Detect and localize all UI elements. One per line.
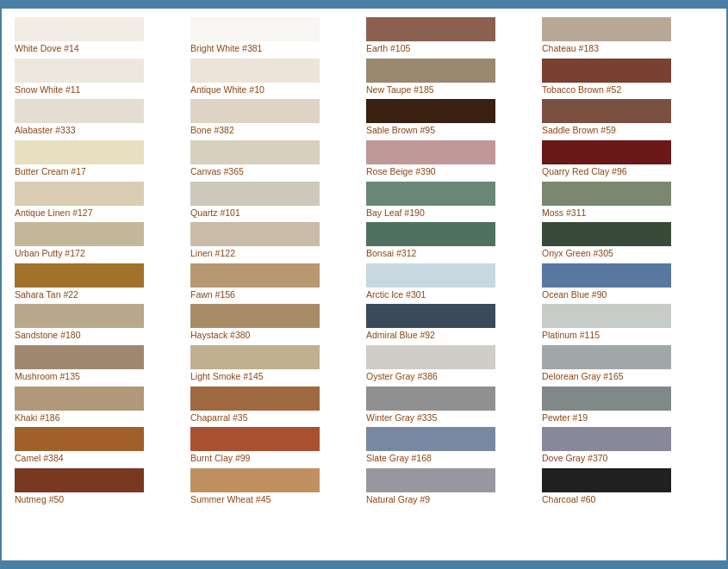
color-label: Saddle Brown #59 xyxy=(542,125,713,137)
color-item[interactable]: Mushroom #135 xyxy=(15,345,186,383)
color-label: Natural Gray #9 xyxy=(366,494,538,506)
color-swatch xyxy=(15,99,144,123)
color-item[interactable]: Quarry Red Clay #96 xyxy=(542,140,713,178)
color-swatch xyxy=(15,304,144,328)
color-swatch xyxy=(542,17,671,41)
color-swatch xyxy=(190,304,320,328)
color-item[interactable]: Alabaster #333 xyxy=(15,99,186,137)
color-swatch xyxy=(190,387,320,411)
color-swatch xyxy=(366,345,495,369)
color-swatch xyxy=(542,468,671,492)
color-item[interactable]: Fawn #156 xyxy=(190,263,362,301)
color-swatch xyxy=(366,427,495,451)
color-label: Bright White #381 xyxy=(190,43,362,55)
column-3: Chateau #183Tobacco Brown #52Saddle Brow… xyxy=(542,17,713,510)
color-swatch xyxy=(366,222,495,246)
color-item[interactable]: Sahara Tan #22 xyxy=(15,263,186,301)
color-item[interactable]: Antique Linen #127 xyxy=(15,182,186,220)
color-label: White Dove #14 xyxy=(15,43,186,55)
color-item[interactable]: Bone #382 xyxy=(190,99,362,137)
color-item[interactable]: Summer Wheat #45 xyxy=(190,468,362,506)
color-item[interactable]: Light Smoke #145 xyxy=(190,345,362,383)
color-item[interactable]: Camel #384 xyxy=(15,427,186,465)
color-label: Delorean Gray #165 xyxy=(542,371,713,383)
color-item[interactable]: Moss #311 xyxy=(542,182,713,220)
color-item[interactable]: Canvas #365 xyxy=(190,140,362,178)
color-item[interactable]: Rose Beige #390 xyxy=(366,140,538,178)
color-swatch xyxy=(15,222,144,246)
color-label: Sandstone #180 xyxy=(15,330,186,342)
color-item[interactable]: Chateau #183 xyxy=(542,17,713,55)
color-item[interactable]: Pewter #19 xyxy=(542,387,713,424)
color-item[interactable]: Admiral Blue #92 xyxy=(366,304,538,342)
color-label: Mushroom #135 xyxy=(15,371,186,383)
color-item[interactable]: Tobacco Brown #52 xyxy=(542,59,713,96)
color-swatch xyxy=(542,59,671,83)
color-item[interactable]: Dove Gray #370 xyxy=(542,427,713,465)
color-label: Platinum #115 xyxy=(542,330,713,342)
color-swatch xyxy=(15,468,144,492)
color-label: Bay Leaf #190 xyxy=(366,207,538,220)
color-label: Oyster Gray #386 xyxy=(366,371,538,383)
color-label: Khaki #186 xyxy=(15,412,186,424)
color-item[interactable]: Charcoal #60 xyxy=(542,468,713,506)
color-swatch xyxy=(190,99,320,123)
color-item[interactable]: Arctic Ice #301 xyxy=(366,263,538,301)
color-item[interactable]: New Taupe #185 xyxy=(366,59,538,96)
color-item[interactable]: Platinum #115 xyxy=(542,304,713,342)
color-label: Urban Putty #172 xyxy=(15,248,186,260)
color-swatch xyxy=(15,17,144,41)
color-grid: White Dove #14Snow White #11Alabaster #3… xyxy=(2,9,726,518)
color-item[interactable]: Onyx Green #305 xyxy=(542,222,713,260)
color-item[interactable]: Delorean Gray #165 xyxy=(542,345,713,383)
color-label: Admiral Blue #92 xyxy=(366,330,538,342)
color-label: Summer Wheat #45 xyxy=(190,494,362,506)
color-label: Slate Gray #168 xyxy=(366,453,538,465)
color-label: Arctic Ice #301 xyxy=(366,289,538,301)
color-item[interactable]: Butter Cream #17 xyxy=(15,140,186,178)
color-label: Linen #122 xyxy=(190,248,362,260)
color-item[interactable]: Ocean Blue #90 xyxy=(542,263,713,301)
color-item[interactable]: Urban Putty #172 xyxy=(15,222,186,260)
color-swatch xyxy=(542,427,671,451)
color-item[interactable]: Oyster Gray #386 xyxy=(366,345,538,383)
color-label: Fawn #156 xyxy=(190,289,362,301)
color-label: Ocean Blue #90 xyxy=(542,289,713,301)
color-swatch xyxy=(366,468,495,492)
color-item[interactable]: Quartz #101 xyxy=(190,182,362,220)
color-item[interactable]: Khaki #186 xyxy=(15,387,186,424)
color-item[interactable]: Winter Gray #335 xyxy=(366,387,538,424)
color-swatch xyxy=(366,59,495,83)
color-item[interactable]: Saddle Brown #59 xyxy=(542,99,713,137)
color-item[interactable]: Nutmeg #50 xyxy=(15,468,186,506)
color-item[interactable]: Haystack #380 xyxy=(190,304,362,342)
color-label: Earth #105 xyxy=(366,43,538,55)
color-item[interactable]: Snow White #11 xyxy=(15,59,186,96)
color-swatch xyxy=(542,345,671,369)
color-item[interactable]: Burnt Clay #99 xyxy=(190,427,362,465)
color-label: Snow White #11 xyxy=(15,84,186,96)
color-swatch xyxy=(190,59,320,83)
color-swatch xyxy=(190,182,320,206)
color-item[interactable]: Natural Gray #9 xyxy=(366,468,538,506)
color-item[interactable]: Bright White #381 xyxy=(190,17,362,55)
color-item[interactable]: Earth #105 xyxy=(366,17,538,55)
color-label: Burnt Clay #99 xyxy=(190,453,362,465)
color-item[interactable]: Antique White #10 xyxy=(190,59,362,96)
color-label: Nutmeg #50 xyxy=(15,494,186,506)
color-item[interactable]: Linen #122 xyxy=(190,222,362,260)
color-swatch xyxy=(15,182,144,206)
color-label: New Taupe #185 xyxy=(366,84,538,96)
color-item[interactable]: Slate Gray #168 xyxy=(366,427,538,465)
color-item[interactable]: Sandstone #180 xyxy=(15,304,186,342)
color-item[interactable]: White Dove #14 xyxy=(15,17,186,55)
color-item[interactable]: Bay Leaf #190 xyxy=(366,182,538,220)
bottom-bar xyxy=(2,560,726,567)
column-1: Bright White #381Antique White #10Bone #… xyxy=(190,17,362,510)
color-label: Chaparral #35 xyxy=(190,412,362,424)
color-item[interactable]: Chaparral #35 xyxy=(190,387,362,424)
color-swatch xyxy=(542,222,671,246)
color-item[interactable]: Sable Brown #95 xyxy=(366,99,538,137)
color-item[interactable]: Bonsai #312 xyxy=(366,222,538,260)
color-swatch xyxy=(366,263,495,288)
